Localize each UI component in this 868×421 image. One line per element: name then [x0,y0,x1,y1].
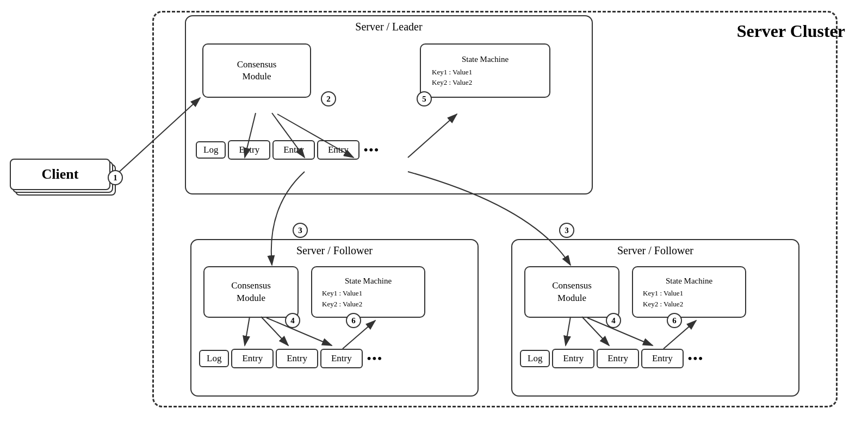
follower-left-log-row: Log Entry Entry Entry ••• [199,349,383,368]
leader-log-entry-1: Entry [228,140,270,160]
follower-right-log-row: Log Entry Entry Entry ••• [520,349,704,368]
leader-log-label: Log [196,141,226,159]
follower-right-log-dots: ••• [688,351,704,366]
follower-left-log-label: Log [199,350,229,367]
follower-right-state-machine: State Machine Key1 : Value1 Key2 : Value… [632,266,746,318]
follower-left-consensus: Consensus Module [203,266,299,318]
follower-left-log-entry-1: Entry [231,349,274,368]
follower-left-sm-key2: Key2 : Value2 [322,299,362,310]
server-follower-right-box: Server / Follower Consensus Module State… [511,239,799,397]
badge-4-right: 4 [606,313,621,328]
client-stack: Client [10,159,119,198]
follower-right-sm-title: State Machine [640,275,739,287]
follower-left-log-dots: ••• [367,351,383,366]
leader-log-dots: ••• [364,143,380,157]
leader-consensus: Consensus Module [202,43,311,98]
follower-right-log-label: Log [520,350,550,367]
client-label: Client [42,166,79,183]
badge-5: 5 [417,91,432,106]
leader-log-entry-2: Entry [272,140,315,160]
badge-2: 2 [321,91,336,106]
follower-left-sm-key1: Key1 : Value1 [322,288,362,299]
cluster-label: Server Cluster [737,21,845,41]
follower-left-sm-title: State Machine [319,275,418,287]
follower-right-sm-key1: Key1 : Value1 [643,288,683,299]
follower-left-log-entry-3: Entry [320,349,363,368]
badge-6-left: 6 [346,313,361,328]
leader-sm-title: State Machine [427,53,543,66]
badge-3-left: 3 [293,223,308,238]
follower-right-log-entry-3: Entry [641,349,684,368]
follower-left-state-machine: State Machine Key1 : Value1 Key2 : Value… [311,266,425,318]
badge-4-left: 4 [285,313,300,328]
follower-right-log-entry-1: Entry [552,349,594,368]
follower-right-consensus: Consensus Module [524,266,619,318]
badge-1: 1 [108,170,123,185]
leader-sm-key1: Key1 : Value1 [432,67,472,78]
leader-log-row: Log Entry Entry Entry ••• [196,140,380,160]
server-leader-box: Server / Leader Consensus Module State M… [185,15,593,194]
diagram: Server Cluster Client 1 Server / Leader … [0,0,868,421]
badge-3-right: 3 [559,223,574,238]
follower-left-title: Server / Follower [191,240,478,260]
server-follower-left-box: Server / Follower Consensus Module State… [190,239,479,397]
follower-right-title: Server / Follower [512,240,798,260]
badge-6-right: 6 [667,313,682,328]
follower-left-log-entry-2: Entry [276,349,318,368]
leader-sm-key2: Key2 : Value2 [432,77,472,88]
follower-right-log-entry-2: Entry [597,349,639,368]
follower-right-sm-key2: Key2 : Value2 [643,299,683,310]
leader-state-machine: State Machine Key1 : Value1 Key2 : Value… [420,43,550,98]
leader-log-entry-3: Entry [317,140,359,160]
leader-title: Server / Leader [186,16,592,36]
